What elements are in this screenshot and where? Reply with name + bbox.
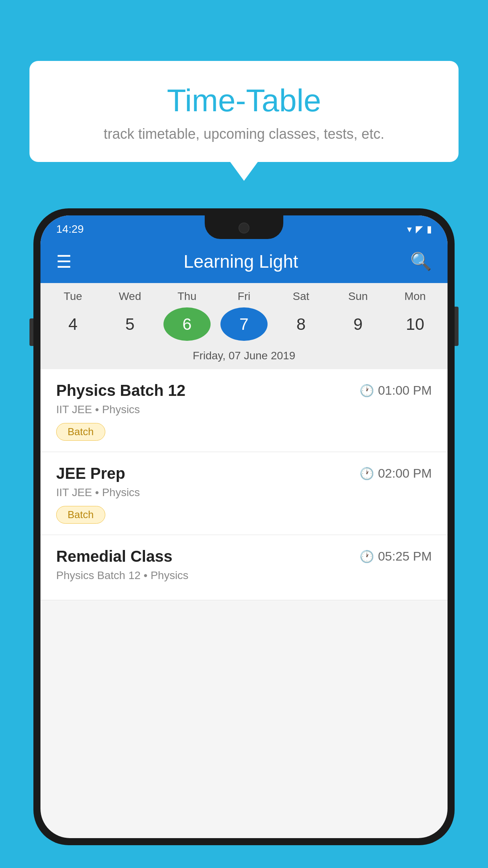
battery-icon: ▮	[427, 224, 432, 235]
app-bar-title: Learning Light	[183, 251, 298, 272]
schedule-item-2-header: JEE Prep 🕐 02:00 PM	[56, 465, 432, 482]
schedule-item-1[interactable]: Physics Batch 12 🕐 01:00 PM IIT JEE • Ph…	[40, 369, 448, 452]
day-header-thu: Thu	[163, 290, 211, 303]
schedule-subtitle-1: IIT JEE • Physics	[56, 403, 432, 416]
day-6-today[interactable]: 6	[163, 307, 211, 341]
signal-icon: ◤	[416, 224, 423, 235]
calendar-strip: Tue Wed Thu Fri Sat Sun Mon 4 5 6 7 8 9 …	[40, 283, 448, 369]
schedule-title-3: Remedial Class	[56, 548, 172, 565]
day-10[interactable]: 10	[391, 307, 438, 341]
phone-notch	[205, 215, 283, 239]
phone-screen: 14:29 ▾ ◤ ▮ ☰ Learning Light 🔍 Tue Wed T…	[40, 215, 448, 838]
day-8[interactable]: 8	[277, 307, 325, 341]
schedule-item-1-header: Physics Batch 12 🕐 01:00 PM	[56, 382, 432, 399]
day-4[interactable]: 4	[50, 307, 97, 341]
phone-mockup: 14:29 ▾ ◤ ▮ ☰ Learning Light 🔍 Tue Wed T…	[33, 208, 455, 868]
schedule-time-3: 🕐 05:25 PM	[360, 549, 432, 564]
clock-icon-1: 🕐	[360, 384, 374, 397]
phone-outer: 14:29 ▾ ◤ ▮ ☰ Learning Light 🔍 Tue Wed T…	[33, 208, 455, 845]
schedule-title-1: Physics Batch 12	[56, 382, 185, 399]
speech-bubble: Time-Table track timetable, upcoming cla…	[29, 61, 459, 162]
schedule-time-2: 🕐 02:00 PM	[360, 466, 432, 481]
schedule-subtitle-2: IIT JEE • Physics	[56, 486, 432, 499]
day-headers: Tue Wed Thu Fri Sat Sun Mon	[40, 290, 448, 307]
bubble-title: Time-Table	[53, 83, 435, 119]
schedule-item-3-header: Remedial Class 🕐 05:25 PM	[56, 548, 432, 565]
day-header-tue: Tue	[50, 290, 97, 303]
day-header-sun: Sun	[334, 290, 382, 303]
day-header-fri: Fri	[220, 290, 268, 303]
schedule-list: Physics Batch 12 🕐 01:00 PM IIT JEE • Ph…	[40, 369, 448, 600]
batch-badge-1: Batch	[56, 423, 105, 441]
status-icons: ▾ ◤ ▮	[407, 224, 432, 235]
schedule-item-2[interactable]: JEE Prep 🕐 02:00 PM IIT JEE • Physics Ba…	[40, 452, 448, 535]
day-numbers: 4 5 6 7 8 9 10	[40, 307, 448, 346]
day-9[interactable]: 9	[334, 307, 382, 341]
day-7-selected[interactable]: 7	[220, 307, 268, 341]
clock-icon-2: 🕐	[360, 467, 374, 480]
selected-date-label: Friday, 07 June 2019	[40, 346, 448, 369]
power-button	[455, 307, 459, 346]
volume-button	[29, 318, 33, 346]
day-5[interactable]: 5	[106, 307, 154, 341]
wifi-icon: ▾	[407, 224, 412, 235]
schedule-title-2: JEE Prep	[56, 465, 125, 482]
status-time: 14:29	[56, 223, 84, 235]
schedule-subtitle-3: Physics Batch 12 • Physics	[56, 569, 432, 582]
day-header-mon: Mon	[391, 290, 438, 303]
hamburger-menu-icon[interactable]: ☰	[56, 252, 72, 272]
day-header-sat: Sat	[277, 290, 325, 303]
speech-bubble-container: Time-Table track timetable, upcoming cla…	[29, 61, 459, 162]
search-icon[interactable]: 🔍	[410, 251, 432, 272]
clock-icon-3: 🕐	[360, 550, 374, 563]
batch-badge-2: Batch	[56, 506, 105, 524]
schedule-time-1: 🕐 01:00 PM	[360, 383, 432, 398]
schedule-item-3[interactable]: Remedial Class 🕐 05:25 PM Physics Batch …	[40, 535, 448, 600]
day-header-wed: Wed	[106, 290, 154, 303]
app-bar: ☰ Learning Light 🔍	[40, 240, 448, 283]
phone-camera	[238, 223, 250, 234]
bubble-subtitle: track timetable, upcoming classes, tests…	[53, 126, 435, 142]
